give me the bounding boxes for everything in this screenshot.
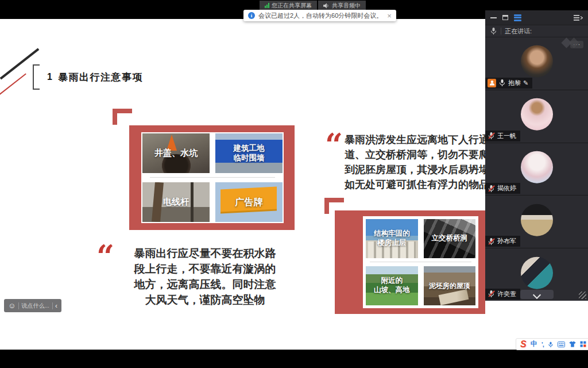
photo-label: 立交桥桥洞 (432, 234, 468, 243)
photo-billboard: 广告牌 (215, 182, 283, 222)
avatar (521, 256, 553, 289)
audio-share-button[interactable]: 共享音频中 (318, 1, 366, 10)
emoji-icon[interactable]: ☺ (8, 302, 16, 309)
mic-muted-icon (488, 237, 495, 246)
flood-advice-text: 暴雨洪涝发生应远离地下人行通 道、立交桥桥洞等，切勿不要爬 到泥胚房屋顶，其浸水… (340, 132, 494, 192)
screen-share-toolbar: 您正在共享屏幕 共享音频中 (260, 1, 366, 10)
participant-name-bar: 王一帆 (485, 131, 520, 141)
info-icon: i (248, 12, 255, 19)
speaking-label: 正在讲话: (505, 27, 532, 36)
restore-window-icon[interactable] (502, 15, 508, 20)
avatar (521, 45, 553, 78)
participant-tile[interactable]: 孙布军 (485, 195, 588, 248)
avatar (521, 151, 553, 183)
notification-text: 会议已超过2人，自动转为60分钟限时会议。 (258, 12, 382, 20)
photo-label: 井盖、水坑 (154, 148, 198, 159)
minimize-icon[interactable] (490, 17, 497, 18)
soft-keyboard-icon[interactable] (558, 342, 565, 347)
toolbox-icon[interactable] (580, 341, 586, 347)
mic-muted-icon (488, 290, 495, 298)
photo-label: 建筑工地 临时围墙 (234, 144, 265, 163)
photo-construction-wall: 建筑工地 临时围墙 (215, 133, 283, 173)
chinese-mode-icon[interactable]: 中 (531, 339, 537, 349)
participant-name-bar: 孙布军 (485, 236, 520, 247)
photo-mud-house-roof: 泥坯房的屋顶 (424, 266, 476, 305)
speaking-indicator-icon (562, 38, 581, 48)
slide-title-block: 1 暴雨出行注意事项 (33, 64, 143, 90)
meeting-notification: i 会议已超过2人，自动转为60分钟限时会议。 × (243, 10, 396, 21)
participant-tile[interactable]: 王一帆 (485, 90, 588, 143)
screen: 1 暴雨出行注意事项 井盖、水坑 建筑工地 临时围墙 电线杆 广告牌 (0, 0, 588, 368)
photo-label: 附近的 山坡、高地 (374, 277, 410, 294)
audio-share-label: 共享音频中 (332, 2, 361, 10)
layout-view-icon[interactable] (514, 14, 521, 21)
participant-name: 孙布军 (497, 237, 516, 246)
mic-icon (490, 27, 497, 35)
punctuation-icon[interactable]: ’, (541, 341, 544, 348)
mic-muted-icon (488, 132, 495, 140)
sharing-status-label: 您正在共享屏幕 (272, 2, 312, 10)
panel-titlebar (485, 10, 588, 25)
panel-collapse-button[interactable] (520, 290, 554, 299)
close-icon[interactable]: × (387, 12, 392, 20)
divider (501, 28, 501, 34)
photo-manhole-puddle: 井盖、水坑 (142, 133, 210, 173)
participant-tile[interactable]: 揭依婷 (485, 143, 588, 196)
photo-utility-pole: 电线杆 (142, 182, 210, 222)
participant-name-bar: 抱黎 ✎ (485, 78, 532, 89)
photo-label: 泥坯房的屋顶 (429, 282, 470, 290)
quote-mark-icon: “ (96, 244, 114, 269)
photo-label: 结构牢固的 楼房上层 (374, 229, 410, 247)
participant-name: 抱黎 (508, 79, 521, 87)
input-method-toolbar: S 中 ’, (516, 338, 588, 350)
voice-input-icon[interactable] (548, 341, 554, 348)
participant-name: 王一帆 (497, 132, 516, 140)
resize-handle[interactable] (579, 292, 586, 299)
participant-name: 许奕萱 (497, 290, 516, 298)
mic-muted-icon (488, 185, 495, 193)
photo-overpass: 立交桥桥洞 (424, 219, 476, 258)
participant-panel: 正在讲话: ··· 抱黎 ✎ (485, 10, 588, 301)
skin-icon[interactable] (569, 341, 576, 347)
shelter-photo-panel: 结构牢固的 楼房上层 立交桥桥洞 附近的 山坡、高地 泥坯房的屋顶 (335, 210, 485, 314)
photo-hillside: 附近的 山坡、高地 (366, 266, 418, 305)
travel-advice-text: 暴雨出行应尽量不要在积水路 段上行走，不要靠近有漩涡的 地方，远离高压线。同时注… (113, 246, 297, 308)
slide-title: 暴雨出行注意事项 (58, 71, 143, 84)
corner-bracket-decoration (113, 109, 132, 125)
chat-collapse-icon[interactable]: ‹ (55, 302, 57, 309)
photo-label: 广告牌 (235, 197, 263, 208)
panel-collapse-icon[interactable] (574, 14, 583, 21)
sogou-logo[interactable]: S (520, 340, 527, 349)
edit-name-icon[interactable]: ✎ (523, 79, 528, 87)
participant-name-bar: 许奕萱 (485, 289, 520, 300)
speaker-icon (323, 3, 330, 9)
chat-quick-bar[interactable]: ☺ 说点什么... ‹ (4, 299, 61, 312)
title-bracket-decoration (33, 64, 40, 90)
participant-tile[interactable]: 许奕萱 (485, 248, 588, 301)
hazards-photo-panel: 井盖、水坑 建筑工地 临时围墙 电线杆 广告牌 (129, 125, 295, 230)
participant-name-bar: 揭依婷 (485, 183, 520, 194)
speaking-status-row: 正在讲话: (485, 25, 588, 37)
avatar (521, 204, 553, 236)
presenter-badge-icon (488, 79, 496, 87)
sharing-status-button[interactable]: 您正在共享屏幕 (260, 1, 317, 10)
participant-name: 揭依婷 (497, 184, 516, 193)
photo-sturdy-building: 结构牢固的 楼房上层 (366, 219, 418, 258)
signal-bars-icon (265, 3, 269, 8)
mic-icon (498, 79, 506, 87)
slide-title-number: 1 (47, 72, 52, 82)
avatar (521, 98, 553, 131)
chat-input[interactable]: 说点什么... (21, 302, 49, 310)
participant-tiles: ··· 抱黎 ✎ (485, 37, 588, 301)
photo-label: 电线杆 (163, 197, 189, 208)
